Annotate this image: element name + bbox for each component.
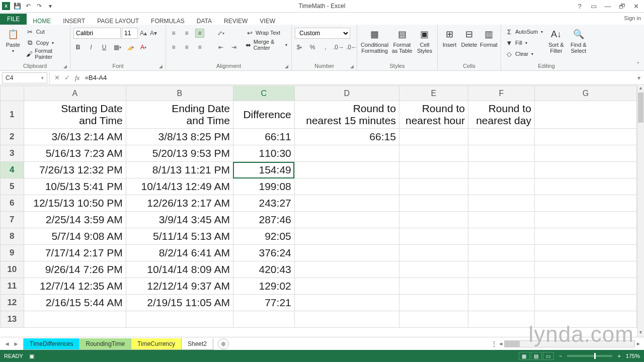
sign-in-link[interactable]: Sign in (624, 15, 641, 21)
page-break-view-icon[interactable]: ▭ (543, 352, 554, 360)
row-header-11[interactable]: 11 (1, 278, 24, 295)
row-header-9[interactable]: 9 (1, 245, 24, 261)
cell-D8[interactable] (294, 228, 399, 245)
help-icon[interactable]: ? (575, 3, 585, 10)
cell-G2[interactable] (534, 129, 636, 145)
cell-E12[interactable] (399, 295, 468, 311)
cell-G1[interactable] (534, 101, 636, 129)
cell-E10[interactable] (399, 261, 468, 278)
find-select-button[interactable]: 🔍Find & Select (569, 26, 589, 54)
cell-D12[interactable] (294, 295, 399, 311)
cell-C9[interactable]: 376:24 (233, 245, 294, 261)
sheet-nav-prev-icon[interactable]: ◄ (4, 340, 10, 347)
cell-F1[interactable]: Round tonearest day (468, 101, 534, 129)
grow-font-icon[interactable]: A▴ (139, 29, 148, 38)
cell-B8[interactable]: 5/11/14 5:13 AM (126, 228, 233, 245)
cell-C6[interactable]: 243:27 (233, 195, 294, 212)
name-box[interactable]: C4▾ (2, 72, 47, 83)
cell-B11[interactable]: 12/12/14 9:37 AM (126, 278, 233, 295)
clear-button[interactable]: ◇Clear▾ (504, 49, 544, 59)
cell-E4[interactable] (399, 162, 468, 178)
row-header-13[interactable]: 13 (1, 311, 24, 328)
cell-G7[interactable] (534, 212, 636, 228)
cell-F9[interactable] (468, 245, 534, 261)
sheet-tab-sheet2[interactable]: Sheet2 (181, 338, 213, 350)
vertical-scrollbar[interactable]: ▲▼ (637, 85, 644, 337)
format-as-table-button[interactable]: ▤Format as Table (391, 26, 413, 54)
cell-G12[interactable] (534, 295, 636, 311)
normal-view-icon[interactable]: ▦ (519, 352, 530, 360)
cell-E2[interactable] (399, 129, 468, 145)
zoom-out-icon[interactable]: − (559, 353, 562, 359)
row-header-3[interactable]: 3 (1, 145, 24, 162)
zoom-level[interactable]: 175% (626, 353, 640, 359)
cell-C1[interactable]: Difference (233, 101, 294, 129)
select-all-cell[interactable] (1, 86, 24, 101)
align-bottom-icon[interactable]: ≡ (195, 29, 204, 38)
merge-center-button[interactable]: ⬌Merge & Center▾ (245, 40, 288, 50)
row-header-1[interactable]: 1 (1, 101, 24, 129)
cell-F12[interactable] (468, 295, 534, 311)
cell-F2[interactable] (468, 129, 534, 145)
cell-A4[interactable]: 7/26/13 12:32 PM (24, 162, 126, 178)
cell-A11[interactable]: 12/7/14 12:35 AM (24, 278, 126, 295)
cell-D10[interactable] (294, 261, 399, 278)
cell-C10[interactable]: 420:43 (233, 261, 294, 278)
new-sheet-button[interactable]: ⊕ (218, 338, 229, 349)
cell-F10[interactable] (468, 261, 534, 278)
alignment-launcher-icon[interactable]: ◢ (285, 64, 288, 69)
column-header-D[interactable]: D (294, 86, 399, 101)
cell-F4[interactable] (468, 162, 534, 178)
cell-C13[interactable] (233, 311, 294, 328)
decrease-decimal-icon[interactable]: .0← (347, 43, 356, 52)
cell-G13[interactable] (534, 311, 636, 328)
row-header-8[interactable]: 8 (1, 228, 24, 245)
row-header-7[interactable]: 7 (1, 212, 24, 228)
align-middle-icon[interactable]: ≡ (182, 29, 191, 38)
cell-D6[interactable] (294, 195, 399, 212)
column-header-A[interactable]: A (24, 86, 126, 101)
cell-A1[interactable]: Starting Dateand Time (24, 101, 126, 129)
italic-button[interactable]: I (87, 43, 96, 52)
row-header-12[interactable]: 12 (1, 295, 24, 311)
fill-color-button[interactable]: ◢ (126, 43, 135, 52)
row-header-5[interactable]: 5 (1, 178, 24, 195)
cell-E11[interactable] (399, 278, 468, 295)
cell-C4[interactable]: 154:49 (233, 162, 294, 178)
cell-F8[interactable] (468, 228, 534, 245)
qat-save-icon[interactable]: 💾 (13, 2, 21, 10)
cell-F7[interactable] (468, 212, 534, 228)
cell-G9[interactable] (534, 245, 636, 261)
orientation-icon[interactable]: ⤢ (216, 29, 225, 38)
sheet-tab-timedifferences[interactable]: TimeDifferences (23, 338, 80, 350)
paste-button[interactable]: 📋 Paste ▾ (3, 26, 23, 53)
column-header-C[interactable]: C (233, 86, 294, 101)
cell-A5[interactable]: 10/5/13 5:41 PM (24, 178, 126, 195)
cell-B10[interactable]: 10/14/14 8:09 AM (126, 261, 233, 278)
cancel-formula-icon[interactable]: ✕ (52, 74, 62, 81)
cell-F6[interactable] (468, 195, 534, 212)
percent-format-icon[interactable]: % (308, 43, 317, 52)
cell-E3[interactable] (399, 145, 468, 162)
cell-C12[interactable]: 77:21 (233, 295, 294, 311)
cell-F11[interactable] (468, 278, 534, 295)
cell-E1[interactable]: Round tonearest hour (399, 101, 468, 129)
sort-filter-button[interactable]: A↓Sort & Filter (546, 26, 566, 54)
cell-F13[interactable] (468, 311, 534, 328)
formula-input[interactable]: =B4-A4 (83, 74, 634, 81)
align-left-icon[interactable]: ≡ (169, 43, 178, 52)
cell-E7[interactable] (399, 212, 468, 228)
format-cells-button[interactable]: ▥Format (480, 26, 498, 48)
row-header-6[interactable]: 6 (1, 195, 24, 212)
border-button[interactable]: ▦ (113, 43, 122, 52)
font-color-button[interactable]: A (139, 43, 148, 52)
fx-icon[interactable]: fx (75, 74, 79, 82)
horizontal-scrollbar[interactable]: ⋮ ◄► (491, 340, 644, 347)
cell-G4[interactable] (534, 162, 636, 178)
font-launcher-icon[interactable]: ◢ (159, 64, 163, 69)
cell-A2[interactable]: 3/6/13 2:14 AM (24, 129, 126, 145)
cell-B5[interactable]: 10/14/13 12:49 AM (126, 178, 233, 195)
cell-A8[interactable]: 5/7/14 9:08 AM (24, 228, 126, 245)
worksheet-grid[interactable]: ABCDEFG1Starting Dateand TimeEnding Date… (0, 85, 637, 337)
decrease-indent-icon[interactable]: ⇤ (216, 43, 225, 52)
